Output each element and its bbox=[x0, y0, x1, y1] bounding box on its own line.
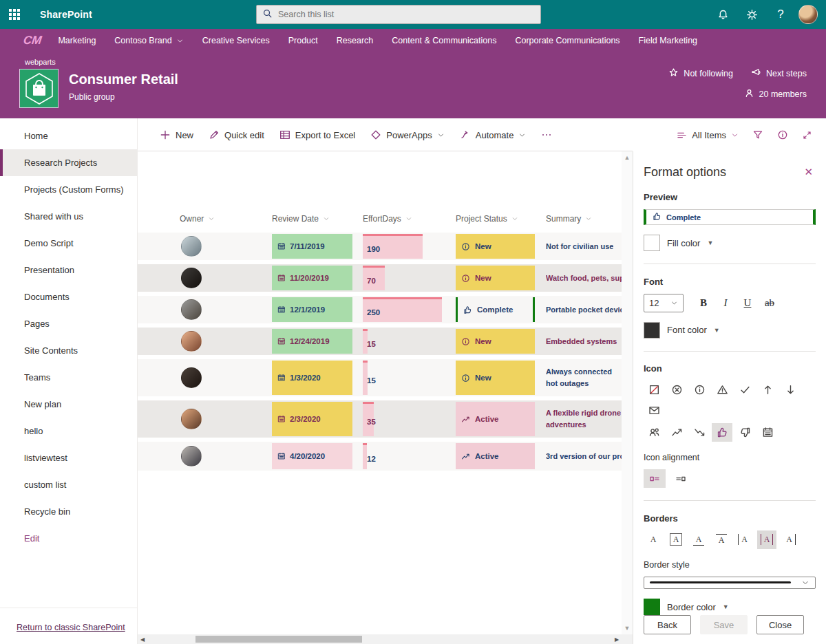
owner-avatar[interactable] bbox=[181, 268, 202, 288]
scroll-left-arrow[interactable]: ◀ bbox=[138, 634, 147, 644]
next-steps-button[interactable]: Next steps bbox=[751, 67, 807, 80]
icon-option-none[interactable] bbox=[644, 380, 664, 399]
column-header-review-date[interactable]: Review Date bbox=[272, 214, 363, 224]
sidebar-item-site-contents[interactable]: Site Contents bbox=[0, 337, 137, 364]
icon-option-mail[interactable] bbox=[644, 401, 664, 420]
new-button[interactable]: New bbox=[160, 129, 193, 140]
scroll-right-arrow[interactable]: ▶ bbox=[612, 634, 622, 644]
border-option-box[interactable]: A bbox=[666, 530, 686, 549]
column-header-summary[interactable]: Summary bbox=[546, 214, 622, 224]
close-button[interactable]: Close bbox=[756, 615, 804, 634]
icon-option-warning[interactable] bbox=[712, 380, 732, 399]
search-input[interactable] bbox=[278, 10, 535, 19]
table-row[interactable]: 7/11/2019190NewNot for civilian use bbox=[138, 233, 622, 260]
sidebar-item-pages[interactable]: Pages bbox=[0, 310, 137, 337]
table-row[interactable]: 12/1/2019250CompletePortable pocket devi… bbox=[138, 296, 622, 323]
table-row[interactable]: 2/3/202035ActiveA flexible rigid drone a… bbox=[138, 400, 622, 438]
site-logo[interactable] bbox=[19, 69, 59, 108]
scroll-down-arrow[interactable]: ▼ bbox=[623, 625, 631, 632]
column-header-owner[interactable]: Owner bbox=[180, 214, 272, 224]
user-avatar[interactable] bbox=[798, 5, 818, 24]
powerapps-button[interactable]: PowerApps bbox=[370, 129, 444, 140]
scroll-up-arrow[interactable]: ▲ bbox=[623, 154, 631, 161]
sidebar-item-new-plan[interactable]: New plan bbox=[0, 391, 137, 418]
more-commands-button[interactable] bbox=[541, 129, 552, 140]
members-button[interactable]: 20 members bbox=[744, 88, 807, 100]
font-color-picker[interactable]: Font color ▼ bbox=[644, 322, 816, 339]
horizontal-scrollbar[interactable]: ◀ ▶ bbox=[138, 634, 622, 644]
nav-item-content-communications[interactable]: Content & Communications bbox=[392, 36, 496, 45]
table-row[interactable]: 4/20/202012Active3rd version of our pro bbox=[138, 442, 622, 471]
icon-option-info[interactable] bbox=[689, 380, 710, 399]
border-color-swatch[interactable] bbox=[644, 599, 660, 615]
border-option-right[interactable]: A bbox=[780, 530, 799, 549]
owner-avatar[interactable] bbox=[181, 236, 202, 257]
italic-button[interactable]: I bbox=[718, 294, 733, 311]
site-title[interactable]: Consumer Retail bbox=[69, 72, 178, 87]
border-option-top[interactable]: A bbox=[712, 530, 731, 549]
icon-option-people[interactable] bbox=[644, 423, 664, 442]
icon-option-arrow-up[interactable] bbox=[757, 380, 778, 399]
underline-button[interactable]: U bbox=[740, 294, 755, 311]
bold-button[interactable]: B bbox=[696, 294, 711, 311]
strikethrough-button[interactable]: ab bbox=[762, 294, 777, 311]
icon-option-arrow-down[interactable] bbox=[780, 380, 801, 399]
icon-align-left-button[interactable] bbox=[644, 469, 666, 488]
hub-label[interactable]: webparts bbox=[25, 58, 56, 66]
font-color-swatch[interactable] bbox=[644, 322, 660, 339]
column-header-project-status[interactable]: Project Status bbox=[456, 214, 546, 224]
quick-edit-button[interactable]: Quick edit bbox=[209, 129, 264, 140]
sidebar-item-research-projects[interactable]: Research Projects bbox=[0, 149, 137, 176]
sidebar-item-projects-custom-forms[interactable]: Projects (Custom Forms) bbox=[0, 176, 137, 203]
border-option-bottom[interactable]: A bbox=[689, 530, 708, 549]
sidebar-item-home[interactable]: Home bbox=[0, 122, 137, 149]
automate-button[interactable]: Automate bbox=[460, 129, 527, 140]
waffle-icon[interactable] bbox=[0, 0, 29, 29]
icon-option-calendar[interactable] bbox=[757, 423, 778, 442]
nav-item-field-marketing[interactable]: Field Marketing bbox=[639, 36, 697, 45]
font-size-dropdown[interactable]: 12 bbox=[644, 294, 684, 312]
table-row[interactable]: 12/24/201915NewEmbedded systems bbox=[138, 328, 622, 355]
sidebar-item-teams[interactable]: Teams bbox=[0, 364, 137, 391]
icon-option-trend-down[interactable] bbox=[689, 423, 710, 442]
horizontal-scroll-thumb[interactable] bbox=[195, 636, 362, 643]
sidebar-item-presentation[interactable]: Presentation bbox=[0, 257, 137, 283]
fill-color-swatch[interactable] bbox=[644, 235, 660, 251]
table-row[interactable]: 1/3/202015NewAlways connected hot outage… bbox=[138, 359, 622, 396]
filter-icon[interactable] bbox=[752, 129, 763, 140]
table-row[interactable]: 11/20/201970NewWatch food, pets, sup bbox=[138, 264, 622, 292]
view-selector[interactable]: All Items bbox=[677, 130, 739, 140]
sidebar-item-custom-list[interactable]: custom list bbox=[0, 471, 137, 498]
nav-item-contoso-brand[interactable]: Contoso Brand bbox=[114, 36, 183, 45]
follow-button[interactable]: Not following bbox=[668, 67, 733, 80]
owner-avatar[interactable] bbox=[181, 367, 202, 388]
icon-align-right-button[interactable] bbox=[670, 469, 692, 488]
hub-logo[interactable]: CM bbox=[23, 34, 43, 47]
border-color-picker[interactable]: Border color ▼ bbox=[644, 599, 816, 615]
search-box[interactable] bbox=[256, 5, 541, 24]
owner-avatar[interactable] bbox=[181, 331, 202, 352]
back-button[interactable]: Back bbox=[644, 615, 691, 634]
fill-color-picker[interactable]: Fill color ▼ bbox=[644, 235, 816, 251]
icon-option-check[interactable] bbox=[734, 380, 755, 399]
info-icon[interactable] bbox=[777, 129, 788, 140]
bell-icon[interactable] bbox=[712, 3, 734, 25]
sidebar-item-edit[interactable]: Edit bbox=[0, 525, 137, 552]
icon-option-thumbs-up[interactable] bbox=[712, 423, 732, 442]
border-option-none[interactable]: A bbox=[644, 530, 663, 549]
icon-option-cancel[interactable] bbox=[666, 380, 687, 399]
save-button[interactable]: Save bbox=[700, 615, 748, 634]
border-option-left-right[interactable]: A bbox=[757, 530, 776, 549]
export-to-excel-button[interactable]: Export to Excel bbox=[279, 129, 355, 140]
owner-avatar[interactable] bbox=[181, 299, 202, 320]
sidebar-item-recycle-bin[interactable]: Recycle bin bbox=[0, 498, 137, 525]
icon-option-thumbs-down[interactable] bbox=[734, 423, 755, 442]
owner-avatar[interactable] bbox=[181, 446, 202, 466]
sidebar-item-hello[interactable]: hello bbox=[0, 418, 137, 444]
sidebar-item-documents[interactable]: Documents bbox=[0, 283, 137, 310]
expand-icon[interactable] bbox=[802, 130, 812, 140]
nav-item-research[interactable]: Research bbox=[337, 36, 374, 45]
column-header-effortdays[interactable]: EffortDays bbox=[363, 214, 456, 224]
border-option-left[interactable]: A bbox=[734, 530, 754, 549]
close-icon[interactable]: ✕ bbox=[801, 165, 816, 178]
